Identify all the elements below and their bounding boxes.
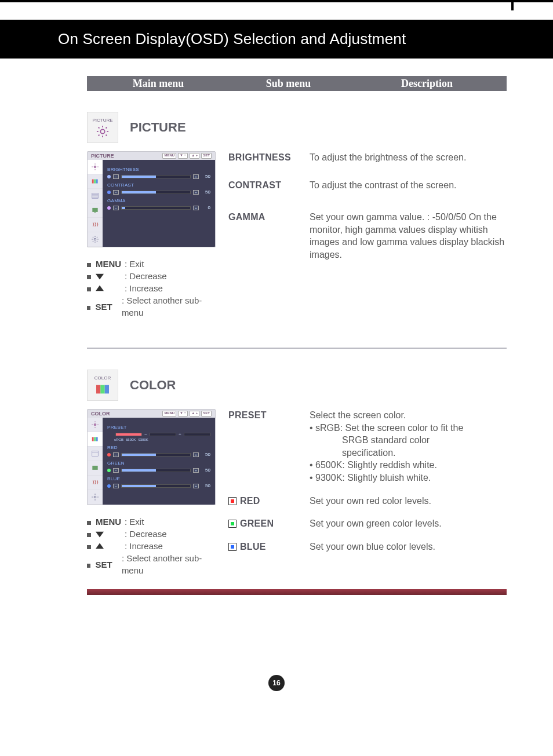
gear-icon-2 [91,493,99,501]
osd-btn-down-2: ▼ − [178,411,188,417]
sub-blue: BLUE [240,542,266,552]
svg-rect-37 [92,451,99,456]
svg-rect-22 [94,213,96,213]
tracking-icon-2 [91,450,99,458]
osd-btn-up-2: ▲ + [190,411,199,417]
legend-key-menu: MENU [96,258,125,270]
svg-point-23 [94,238,96,240]
osd-row-contrast-label: CONTRAST [107,182,210,188]
legend2-down-txt: : Decrease [125,528,167,540]
color-menu-chip: COLOR [87,370,118,401]
desc-contrast: To adjust the contrast of the screen. [310,179,507,192]
legend2-menu-txt: : Exit [125,516,144,528]
sub-gamma: GAMMA [228,212,265,222]
osd-picture-panel: PICTURE MENU ▼ − ▲ + SET [87,151,216,247]
osd-row-green-label: GREEN [107,461,210,466]
svg-point-29 [94,423,97,426]
legend-picture: MENU: Exit : Decrease : Increase SET: Se… [87,258,214,319]
entry-contrast: CONTRAST To adjust the contrast of the s… [228,179,507,192]
desc-preset: Select the screen color. • sRGB: Set the… [310,409,507,484]
color-chip-label: COLOR [94,375,111,381]
osd-preset-ticks: sRGB 6500K 9300K [114,438,210,441]
sub-green: GREEN [240,518,274,529]
osd-color-header: COLOR [91,411,110,417]
picture-menu-chip: PICTURE [87,112,118,143]
legend2-key-menu: MENU [96,516,125,528]
osd-color-panel: COLOR MENU ▼ − ▲ + SET [87,409,216,505]
screen-icon-2 [91,464,99,472]
osd-picture-header: PICTURE [91,153,114,159]
brightness-icon-2 [91,421,99,429]
picture-title: PICTURE [130,120,186,135]
osd-btn-set: SET [201,153,212,159]
osd-btn-menu-2: MENU [162,411,176,417]
sub-preset: PRESET [228,410,267,421]
heat-icon-2 [91,479,99,487]
svg-point-40 [94,496,96,498]
osd-header-buttons-2: MENU ▼ − ▲ + SET [162,411,212,417]
page-title-bar: On Screen Display(OSD) Selection and Adj… [0,20,553,59]
svg-rect-27 [100,385,104,393]
heat-icon [91,221,99,229]
osd-btn-menu: MENU [162,153,176,159]
svg-rect-34 [92,437,94,441]
svg-rect-15 [94,180,96,184]
divider-thin [87,348,507,349]
page-title: On Screen Display(OSD) Selection and Adj… [58,30,406,48]
swatch-blue-icon [228,543,237,551]
osd-row-contrast: −+ 50 [107,189,210,195]
desc-blue: Set your own blue color levels. [310,540,507,553]
svg-line-5 [99,127,100,128]
section-color: COLOR COLOR COLOR MENU ▼ − ▲ + [87,370,507,576]
svg-rect-14 [92,180,94,184]
tracking-icon [91,192,99,200]
picture-icon [96,125,109,138]
page: On Screen Display(OSD) Selection and Adj… [0,0,553,756]
desc-brightness: To adjust the brightness of the screen. [310,151,507,164]
legend2-set-txt: : Select another sub-menu [122,552,214,576]
svg-rect-21 [92,208,97,212]
svg-point-0 [100,129,104,133]
legend-down-txt: : Decrease [125,270,167,282]
svg-rect-16 [96,180,98,184]
sub-contrast: CONTRAST [228,180,281,191]
osd-row-preset: −+ [107,432,210,437]
entry-brightness: BRIGHTNESS To adjust the brightness of t… [228,151,507,164]
svg-rect-26 [96,385,100,393]
swatch-green-icon [228,520,237,528]
sub-red: RED [240,496,260,506]
desc-gamma: Set your own gamma value. : -50/0/50 On … [310,211,507,261]
osd-row-blue: −+50 [107,483,210,488]
osd-row-gamma: −+ 0 [107,205,210,210]
legend-up-txt: : Increase [125,282,163,294]
divider-thick [87,589,507,595]
legend2-key-set: SET [95,558,122,571]
svg-marker-41 [96,531,104,537]
down-arrow-icon-2 [96,530,104,538]
osd-row-blue-label: BLUE [107,476,210,481]
up-arrow-icon-2 [96,542,104,550]
entry-preset: PRESET Select the screen color. • sRGB: … [228,409,507,484]
column-headers: Main menu Sub menu Description [87,76,507,91]
svg-marker-25 [96,285,104,291]
osd-row-preset-label: PRESET [107,425,210,430]
page-number: 16 [272,679,280,687]
osd-btn-up: ▲ + [190,153,199,159]
osd-row-gamma-label: GAMMA [107,198,210,203]
legend-color: MENU: Exit : Decrease : Increase SET: Se… [87,516,214,576]
legend-set-txt: : Select another sub-menu [122,294,214,319]
header-sub: Sub menu [230,78,347,90]
osd-row-red-label: RED [107,445,210,450]
up-arrow-icon [96,284,104,293]
svg-marker-24 [96,273,104,279]
brightness-icon [91,163,99,171]
entry-gamma: GAMMA Set your own gamma value. : -50/0/… [228,211,507,261]
osd-btn-set-2: SET [201,411,212,417]
desc-green: Set your own green color levels. [310,517,507,530]
entry-blue: BLUE Set your own blue color levels. [228,540,507,553]
picture-chip-label: PICTURE [92,118,112,123]
content-area: Main menu Sub menu Description PICTURE P… [0,59,553,595]
sub-brightness: BRIGHTNESS [228,152,291,163]
svg-point-9 [94,166,97,169]
osd-btn-down: ▼ − [178,153,188,159]
